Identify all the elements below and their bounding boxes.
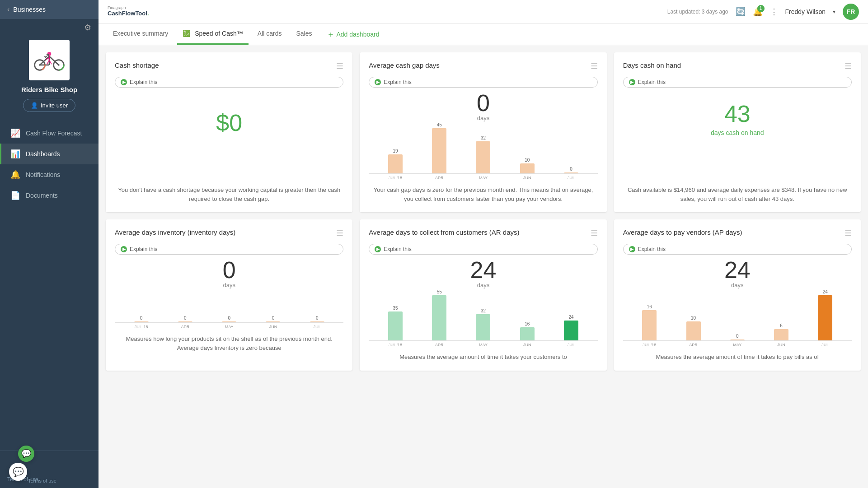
explain-this-button-days-cash[interactable]: ▶ Explain this <box>623 77 852 88</box>
bar-value: 16 <box>525 321 530 326</box>
refresh-button[interactable]: 🔄 <box>736 7 746 17</box>
bar-value: 35 <box>393 306 398 311</box>
bar-group-4: 0 <box>564 167 578 173</box>
svg-point-15 <box>39 64 41 66</box>
ar-bar-chart: 35 55 32 <box>369 296 597 347</box>
bar-value: 0 <box>736 334 739 339</box>
card-menu-icon[interactable]: ☰ <box>336 228 343 238</box>
sidebar-item-documents[interactable]: 📄 Documents <box>0 185 99 206</box>
bar-label-1: APR <box>685 343 703 347</box>
ar-description: Measures the average amount of time it t… <box>369 353 597 362</box>
bar-group-4: 0 <box>310 316 324 322</box>
bar-labels: JUL '18 APR MAY JUN JUL <box>369 341 597 347</box>
card-avg-cash-gap: Average cash gap days ☰ ▶ Explain this 0… <box>360 52 606 212</box>
explain-this-button-ap[interactable]: ▶ Explain this <box>623 244 852 255</box>
bar <box>432 295 446 340</box>
bar-label-3: JUN <box>518 343 536 347</box>
card-title: Days cash on hand <box>623 61 681 69</box>
add-dashboard-tab[interactable]: ＋ Add dashboard <box>321 23 385 46</box>
business-logo <box>29 40 70 80</box>
explain-this-button-cash-gap[interactable]: ▶ Explain this <box>369 77 597 88</box>
bar-group-3: 16 <box>520 321 535 340</box>
bar-value: 19 <box>393 149 398 153</box>
terms-footer-label: Terms of use <box>28 478 56 483</box>
bar-group-0: 19 <box>388 149 403 173</box>
card-header: Average days to pay vendors (AP days) ☰ <box>623 228 852 238</box>
invite-user-button[interactable]: 👤 Invite user <box>23 99 75 112</box>
bar <box>774 329 788 340</box>
bar-label-2: MAY <box>220 325 238 329</box>
card-menu-icon[interactable]: ☰ <box>591 228 598 238</box>
explain-this-button-ar[interactable]: ▶ Explain this <box>369 244 597 255</box>
cash-gap-unit: days <box>477 115 489 121</box>
bar-group-2: 0 <box>222 316 236 322</box>
user-avatar[interactable]: FR <box>843 4 859 20</box>
terms-of-use-footer[interactable]: Terms of use <box>28 478 56 483</box>
chat-bubble[interactable]: 💬 <box>18 446 34 462</box>
explain-this-button-cash-shortage[interactable]: ▶ Explain this <box>115 77 343 88</box>
cash-gap-bar-chart: 19 45 32 <box>369 129 597 180</box>
bar <box>520 163 535 173</box>
card-menu-icon[interactable]: ☰ <box>591 61 598 71</box>
dashboards-icon: 📊 <box>10 149 20 159</box>
live-chat-button[interactable]: 💬 <box>9 463 27 481</box>
card-avg-days-inventory: Average days inventory (inventory days) … <box>106 219 352 371</box>
explain-circle-icon: ▶ <box>375 79 381 85</box>
bar-label-1: APR <box>176 325 194 329</box>
card-title: Average days inventory (inventory days) <box>115 228 235 236</box>
settings-area: ⚙ <box>0 19 99 34</box>
header-right: Last updated: 3 days ago 🔄 🔔 1 ⋮ Freddy … <box>667 4 859 20</box>
tab-executive-summary[interactable]: Executive summary <box>108 23 174 45</box>
bar-group-2: 32 <box>476 308 490 340</box>
chat-icon: 💬 <box>21 449 31 459</box>
bar-value: 0 <box>316 316 319 321</box>
bar-label-3: JUN <box>264 325 282 329</box>
bar <box>310 321 324 322</box>
bar-value: 0 <box>272 316 275 321</box>
ar-big-number: 24 <box>470 258 497 282</box>
days-cash-label: days cash on hand <box>623 129 852 136</box>
explain-this-button-inventory[interactable]: ▶ Explain this <box>115 244 343 255</box>
bar-label-3: JUN <box>772 343 790 347</box>
sidebar-item-dashboards[interactable]: 📊 Dashboards <box>0 144 99 164</box>
cash-flow-icon: 📈 <box>10 128 20 138</box>
documents-label: Documents <box>26 192 58 199</box>
chart-area: 0 days 19 45 <box>369 91 597 180</box>
bar <box>730 339 745 340</box>
tab-sales[interactable]: Sales <box>291 23 317 45</box>
explain-circle-icon: ▶ <box>629 246 635 252</box>
bar-value: 6 <box>780 323 783 328</box>
tab-all-cards[interactable]: All cards <box>252 23 287 45</box>
more-menu-button[interactable]: ⋮ <box>770 7 778 17</box>
bar-group-1: 45 <box>432 122 446 173</box>
sidebar-item-notifications[interactable]: 🔔 Notifications <box>0 164 99 185</box>
sidebar-item-cash-flow[interactable]: 📈 Cash Flow Forecast <box>0 123 99 144</box>
bar-labels: JUL '18 APR MAY JUN JUL <box>115 323 343 329</box>
card-menu-icon[interactable]: ☰ <box>336 61 343 71</box>
ap-big-number: 24 <box>724 258 751 282</box>
card-header: Average cash gap days ☰ <box>369 61 597 71</box>
settings-icon[interactable]: ⚙ <box>84 23 91 33</box>
bar-group-3: 10 <box>520 158 535 173</box>
bar-group-4: 24 <box>818 289 832 340</box>
bar-value: 24 <box>823 289 828 294</box>
documents-icon: 📄 <box>10 191 20 200</box>
card-menu-icon[interactable]: ☰ <box>845 61 852 71</box>
businesses-back[interactable]: ‹ Businesses <box>0 0 99 19</box>
bar-value: 55 <box>437 289 442 294</box>
bar-label-4: JUL <box>308 325 326 329</box>
dashboards-label: Dashboards <box>26 150 60 158</box>
explain-label: Explain this <box>384 246 411 252</box>
tab-speed-of-cash[interactable]: 💹 Speed of Cash™ <box>177 23 249 45</box>
bar <box>388 154 403 173</box>
bar-value: 0 <box>228 316 230 321</box>
business-card: Riders Bike Shop 👤 Invite user <box>0 34 99 119</box>
bar-group-1: 55 <box>432 289 446 340</box>
explain-circle-icon: ▶ <box>121 246 127 252</box>
notifications-bell-button[interactable]: 🔔 1 <box>753 7 763 17</box>
card-menu-icon[interactable]: ☰ <box>845 228 852 238</box>
bar-labels: JUL '18 APR MAY JUN JUL <box>623 341 852 347</box>
bar <box>476 314 490 340</box>
user-name[interactable]: Freddy Wilson <box>785 8 826 15</box>
explain-label: Explain this <box>130 79 157 85</box>
